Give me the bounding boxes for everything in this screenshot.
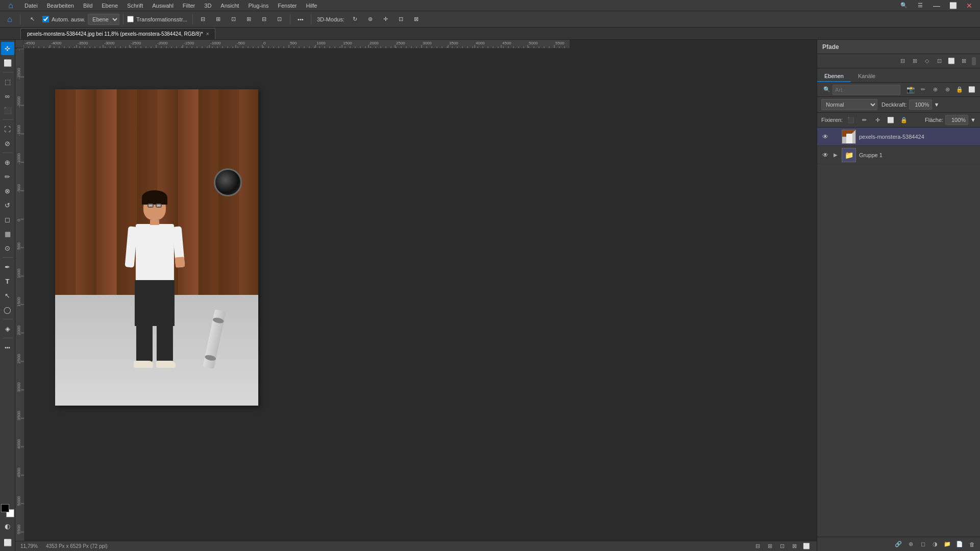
layers-search-input[interactable] xyxy=(832,85,900,95)
search-button[interactable]: 🔍 xyxy=(897,0,911,12)
document-tab[interactable]: pexels-monstera-5384424.jpg bei 11,8% (p… xyxy=(20,28,215,39)
close-button[interactable]: ✕ xyxy=(963,0,976,12)
3d-material-tool[interactable]: ◈ xyxy=(1,322,14,335)
eyedropper-tool[interactable]: ⊘ xyxy=(1,137,14,150)
layer-visibility-photo[interactable]: 👁 xyxy=(821,133,829,140)
pen-tool[interactable]: ✒ xyxy=(1,260,14,273)
panel-icon-path1[interactable]: ⊟ xyxy=(897,56,908,66)
lock-artboard-btn[interactable]: ⬜ xyxy=(886,115,896,125)
ebene-dropdown[interactable]: Ebene xyxy=(88,14,119,25)
layer-item-group[interactable]: 👁 ▶ 📁 Gruppe 1 xyxy=(817,146,980,164)
3d-scale-btn[interactable]: ⊠ xyxy=(410,13,423,26)
path-select-tool[interactable]: ↖ xyxy=(1,289,14,302)
menu-schrift[interactable]: Schrift xyxy=(123,2,147,10)
tool-selection-btn[interactable]: ↖ xyxy=(24,13,40,26)
panel-icon-path4[interactable]: ⊡ xyxy=(934,56,944,66)
add-mask-btn[interactable]: ◻ xyxy=(918,539,928,549)
layer-icon-link[interactable]: ⊗ xyxy=(942,85,952,95)
autom-checkbox[interactable] xyxy=(42,16,49,22)
canvas-viewport[interactable] xyxy=(24,48,817,541)
quick-mask-btn[interactable]: ◐ xyxy=(1,519,14,533)
menu-auswahl[interactable]: Auswahl xyxy=(148,2,178,10)
new-group-btn[interactable]: 📁 xyxy=(942,539,952,549)
crop-tool[interactable]: ⛶ xyxy=(1,122,14,136)
screen-mode-btn[interactable]: ⬜ xyxy=(1,536,14,549)
3d-roll-btn[interactable]: ⊚ xyxy=(364,13,377,26)
lock-pixels-btn[interactable]: ⬛ xyxy=(846,115,856,125)
layer-icon-adjust[interactable]: ⊕ xyxy=(930,85,940,95)
layer-icon-edit[interactable]: ✏ xyxy=(918,85,928,95)
more-options-btn[interactable]: ••• xyxy=(294,13,307,26)
menu-bild[interactable]: Bild xyxy=(79,2,96,10)
new-layer-btn[interactable]: 📄 xyxy=(954,539,965,549)
text-tool[interactable]: T xyxy=(1,274,14,288)
panel-icon-path5[interactable]: ⬜ xyxy=(946,56,957,66)
tab-kanaele[interactable]: Kanäle xyxy=(851,71,883,82)
app-home-button[interactable]: ⌂ xyxy=(4,0,17,12)
marquee-tool[interactable]: ⬚ xyxy=(1,75,14,88)
layer-icon-new[interactable]: 📸 xyxy=(905,85,916,95)
menu-bearbeiten[interactable]: Bearbeiten xyxy=(43,2,78,10)
3d-pan-btn[interactable]: ✛ xyxy=(379,13,393,26)
tab-close-btn[interactable]: × xyxy=(206,31,209,37)
link-layers-btn[interactable]: 🔗 xyxy=(893,539,903,549)
status-icon-5[interactable]: ⬜ xyxy=(801,541,812,552)
menu-hilfe[interactable]: Hilfe xyxy=(302,2,321,10)
shape-tool[interactable]: ◯ xyxy=(1,303,14,316)
move-tool[interactable]: ✜ xyxy=(1,42,14,55)
gradient-tool[interactable]: ▦ xyxy=(1,227,14,240)
panel-icon-path6[interactable]: ⊠ xyxy=(959,56,969,66)
status-icon-3[interactable]: ⊡ xyxy=(777,541,787,552)
brush-tool[interactable]: ✏ xyxy=(1,170,14,183)
artboard-tool[interactable]: ⬜ xyxy=(1,56,14,69)
menu-3d[interactable]: 3D xyxy=(200,2,215,10)
panel-icon-path2[interactable]: ⊞ xyxy=(910,56,920,66)
fill-arrow[interactable]: ▼ xyxy=(970,117,976,123)
align-left-btn[interactable]: ⊟ xyxy=(197,13,210,26)
more-tools-btn[interactable]: ••• xyxy=(1,341,14,354)
align-right-btn[interactable]: ⊡ xyxy=(227,13,240,26)
add-style-btn[interactable]: ⊕ xyxy=(905,539,916,549)
fill-input[interactable]: 100% xyxy=(945,115,968,125)
clone-stamp-tool[interactable]: ⊗ xyxy=(1,184,14,197)
status-icon-4[interactable]: ⊠ xyxy=(789,541,799,552)
menu-ebene[interactable]: Ebene xyxy=(97,2,122,10)
new-fill-btn[interactable]: ◑ xyxy=(930,539,940,549)
status-icon-1[interactable]: ⊟ xyxy=(752,541,763,552)
lasso-tool[interactable]: ∞ xyxy=(1,89,14,103)
lock-gradient-btn[interactable]: ✏ xyxy=(859,115,869,125)
opacity-arrow[interactable]: ▼ xyxy=(934,102,940,108)
home-toolbar-btn[interactable]: ⌂ xyxy=(3,13,16,26)
workspaces-button[interactable]: ☰ xyxy=(914,0,927,12)
layer-icon-more[interactable]: ⬜ xyxy=(967,85,977,95)
3d-slide-btn[interactable]: ⊡ xyxy=(395,13,408,26)
minimize-button[interactable]: — xyxy=(930,0,943,12)
status-icon-2[interactable]: ⊞ xyxy=(765,541,775,552)
3d-rotate-btn[interactable]: ↻ xyxy=(349,13,362,26)
transform-checkbox[interactable] xyxy=(127,16,134,22)
align-center-btn[interactable]: ⊞ xyxy=(212,13,225,26)
tab-ebenen[interactable]: Ebenen xyxy=(817,71,851,82)
align-middle-btn[interactable]: ⊟ xyxy=(258,13,271,26)
color-swatches[interactable] xyxy=(1,504,14,517)
opacity-input[interactable]: 100% xyxy=(909,99,932,110)
layer-visibility-group[interactable]: 👁 xyxy=(821,152,829,159)
lock-position-btn[interactable]: ✛ xyxy=(872,115,883,125)
layer-expand-group[interactable]: ▶ xyxy=(832,152,839,158)
align-bottom-btn[interactable]: ⊡ xyxy=(273,13,286,26)
eraser-tool[interactable]: ◻ xyxy=(1,213,14,226)
align-top-btn[interactable]: ⊞ xyxy=(242,13,256,26)
history-brush-tool[interactable]: ↺ xyxy=(1,198,14,212)
menu-fenster[interactable]: Fenster xyxy=(274,2,301,10)
menu-ansicht[interactable]: Ansicht xyxy=(216,2,243,10)
panel-icon-path3[interactable]: ◇ xyxy=(922,56,932,66)
lock-all-btn[interactable]: 🔒 xyxy=(899,115,909,125)
menu-datei[interactable]: Datei xyxy=(20,2,42,10)
healing-tool[interactable]: ⊕ xyxy=(1,156,14,169)
delete-layer-btn[interactable]: 🗑 xyxy=(967,539,977,549)
menu-plugins[interactable]: Plug-ins xyxy=(244,2,273,10)
maximize-button[interactable]: ⬜ xyxy=(946,0,960,12)
blend-mode-select[interactable]: Normal xyxy=(821,99,877,110)
layer-icon-lock[interactable]: 🔒 xyxy=(954,85,965,95)
dodge-tool[interactable]: ⊙ xyxy=(1,241,14,255)
